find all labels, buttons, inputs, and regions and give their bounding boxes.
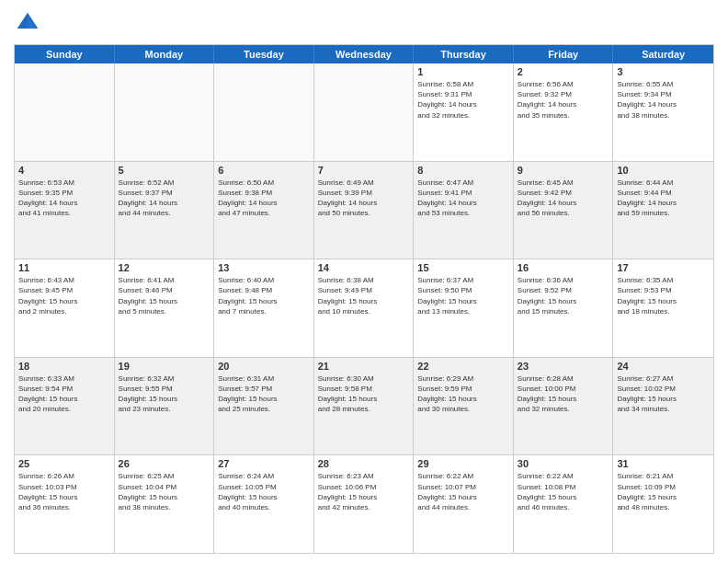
table-row: 20Sunrise: 6:31 AM Sunset: 9:57 PM Dayli… xyxy=(214,358,314,455)
day-number: 16 xyxy=(518,262,609,273)
calendar: SundayMondayTuesdayWednesdayThursdayFrid… xyxy=(14,44,714,554)
day-number: 4 xyxy=(18,165,110,176)
table-row: 23Sunrise: 6:28 AM Sunset: 10:00 PM Dayl… xyxy=(514,358,614,455)
table-row: 12Sunrise: 6:41 AM Sunset: 9:46 PM Dayli… xyxy=(115,259,215,357)
table-row: 11Sunrise: 6:43 AM Sunset: 9:45 PM Dayli… xyxy=(15,259,115,357)
table-row: 14Sunrise: 6:38 AM Sunset: 9:49 PM Dayli… xyxy=(314,259,415,357)
calendar-row-3: 18Sunrise: 6:33 AM Sunset: 9:54 PM Dayli… xyxy=(15,357,713,455)
table-row: 25Sunrise: 6:26 AM Sunset: 10:03 PM Dayl… xyxy=(15,455,115,553)
table-row xyxy=(115,63,215,161)
day-of-week-thursday: Thursday xyxy=(414,45,514,63)
table-row: 31Sunrise: 6:21 AM Sunset: 10:09 PM Dayl… xyxy=(613,455,713,553)
day-number: 21 xyxy=(318,361,410,372)
table-row: 22Sunrise: 6:29 AM Sunset: 9:59 PM Dayli… xyxy=(414,358,514,455)
day-number: 10 xyxy=(617,165,710,176)
day-of-week-sunday: Sunday xyxy=(15,45,115,63)
day-info: Sunrise: 6:35 AM Sunset: 9:53 PM Dayligh… xyxy=(617,275,710,316)
table-row: 15Sunrise: 6:37 AM Sunset: 9:50 PM Dayli… xyxy=(414,259,514,357)
day-number: 13 xyxy=(218,262,310,273)
day-info: Sunrise: 6:41 AM Sunset: 9:46 PM Dayligh… xyxy=(119,275,210,316)
calendar-row-2: 11Sunrise: 6:43 AM Sunset: 9:45 PM Dayli… xyxy=(15,259,713,357)
day-number: 12 xyxy=(119,262,210,273)
day-number: 11 xyxy=(18,262,110,273)
day-info: Sunrise: 6:28 AM Sunset: 10:00 PM Daylig… xyxy=(518,373,609,415)
table-row: 6Sunrise: 6:50 AM Sunset: 9:38 PM Daylig… xyxy=(214,162,314,259)
day-of-week-saturday: Saturday xyxy=(613,45,713,63)
calendar-row-1: 4Sunrise: 6:53 AM Sunset: 9:35 PM Daylig… xyxy=(15,161,713,259)
day-number: 18 xyxy=(18,361,110,372)
day-info: Sunrise: 6:21 AM Sunset: 10:09 PM Daylig… xyxy=(617,471,710,512)
table-row: 16Sunrise: 6:36 AM Sunset: 9:52 PM Dayli… xyxy=(514,259,614,357)
day-info: Sunrise: 6:45 AM Sunset: 9:42 PM Dayligh… xyxy=(518,178,609,219)
day-info: Sunrise: 6:52 AM Sunset: 9:37 PM Dayligh… xyxy=(119,178,210,219)
day-of-week-wednesday: Wednesday xyxy=(314,45,415,63)
table-row: 13Sunrise: 6:40 AM Sunset: 9:48 PM Dayli… xyxy=(214,259,314,357)
day-number: 31 xyxy=(617,458,710,469)
table-row: 24Sunrise: 6:27 AM Sunset: 10:02 PM Dayl… xyxy=(613,358,713,455)
day-info: Sunrise: 6:38 AM Sunset: 9:49 PM Dayligh… xyxy=(318,275,410,316)
table-row: 30Sunrise: 6:22 AM Sunset: 10:08 PM Dayl… xyxy=(514,455,614,553)
day-info: Sunrise: 6:56 AM Sunset: 9:32 PM Dayligh… xyxy=(518,79,609,121)
day-number: 9 xyxy=(518,165,609,176)
day-info: Sunrise: 6:50 AM Sunset: 9:38 PM Dayligh… xyxy=(218,178,310,219)
day-info: Sunrise: 6:47 AM Sunset: 9:41 PM Dayligh… xyxy=(417,178,509,219)
logo-icon xyxy=(14,9,41,37)
table-row: 3Sunrise: 6:55 AM Sunset: 9:34 PM Daylig… xyxy=(613,63,713,161)
day-info: Sunrise: 6:25 AM Sunset: 10:04 PM Daylig… xyxy=(119,471,210,512)
day-number: 24 xyxy=(617,361,710,372)
day-number: 15 xyxy=(417,262,509,273)
table-row: 28Sunrise: 6:23 AM Sunset: 10:06 PM Dayl… xyxy=(314,455,415,553)
day-info: Sunrise: 6:43 AM Sunset: 9:45 PM Dayligh… xyxy=(18,275,110,316)
table-row: 27Sunrise: 6:24 AM Sunset: 10:05 PM Dayl… xyxy=(214,455,314,553)
day-number: 3 xyxy=(617,66,710,77)
day-number: 30 xyxy=(518,458,609,469)
table-row: 2Sunrise: 6:56 AM Sunset: 9:32 PM Daylig… xyxy=(514,63,614,161)
day-info: Sunrise: 6:27 AM Sunset: 10:02 PM Daylig… xyxy=(617,373,710,415)
day-number: 1 xyxy=(417,66,509,77)
day-of-week-tuesday: Tuesday xyxy=(214,45,314,63)
day-number: 28 xyxy=(318,458,410,469)
day-info: Sunrise: 6:40 AM Sunset: 9:48 PM Dayligh… xyxy=(218,275,310,316)
day-info: Sunrise: 6:31 AM Sunset: 9:57 PM Dayligh… xyxy=(218,373,310,415)
day-info: Sunrise: 6:29 AM Sunset: 9:59 PM Dayligh… xyxy=(417,373,509,415)
day-info: Sunrise: 6:49 AM Sunset: 9:39 PM Dayligh… xyxy=(318,178,410,219)
table-row: 1Sunrise: 6:58 AM Sunset: 9:31 PM Daylig… xyxy=(414,63,514,161)
day-info: Sunrise: 6:30 AM Sunset: 9:58 PM Dayligh… xyxy=(318,373,410,415)
table-row: 18Sunrise: 6:33 AM Sunset: 9:54 PM Dayli… xyxy=(15,358,115,455)
day-number: 25 xyxy=(18,458,110,469)
day-number: 7 xyxy=(318,165,410,176)
day-number: 29 xyxy=(417,458,509,469)
table-row: 8Sunrise: 6:47 AM Sunset: 9:41 PM Daylig… xyxy=(414,162,514,259)
day-info: Sunrise: 6:32 AM Sunset: 9:55 PM Dayligh… xyxy=(119,373,210,415)
day-info: Sunrise: 6:44 AM Sunset: 9:44 PM Dayligh… xyxy=(617,178,710,219)
day-info: Sunrise: 6:22 AM Sunset: 10:07 PM Daylig… xyxy=(417,471,509,512)
day-info: Sunrise: 6:23 AM Sunset: 10:06 PM Daylig… xyxy=(318,471,410,512)
logo xyxy=(14,9,45,37)
table-row: 29Sunrise: 6:22 AM Sunset: 10:07 PM Dayl… xyxy=(414,455,514,553)
table-row: 17Sunrise: 6:35 AM Sunset: 9:53 PM Dayli… xyxy=(613,259,713,357)
day-number: 23 xyxy=(518,361,609,372)
table-row: 26Sunrise: 6:25 AM Sunset: 10:04 PM Dayl… xyxy=(115,455,215,553)
day-number: 2 xyxy=(518,66,609,77)
table-row: 19Sunrise: 6:32 AM Sunset: 9:55 PM Dayli… xyxy=(115,358,215,455)
table-row xyxy=(314,63,415,161)
table-row xyxy=(15,63,115,161)
day-of-week-monday: Monday xyxy=(115,45,215,63)
day-number: 6 xyxy=(218,165,310,176)
page: SundayMondayTuesdayWednesdayThursdayFrid… xyxy=(0,0,728,563)
day-info: Sunrise: 6:53 AM Sunset: 9:35 PM Dayligh… xyxy=(18,178,110,219)
day-info: Sunrise: 6:58 AM Sunset: 9:31 PM Dayligh… xyxy=(417,79,509,121)
table-row xyxy=(214,63,314,161)
day-number: 26 xyxy=(119,458,210,469)
table-row: 10Sunrise: 6:44 AM Sunset: 9:44 PM Dayli… xyxy=(613,162,713,259)
table-row: 5Sunrise: 6:52 AM Sunset: 9:37 PM Daylig… xyxy=(115,162,215,259)
day-info: Sunrise: 6:36 AM Sunset: 9:52 PM Dayligh… xyxy=(518,275,609,316)
table-row: 7Sunrise: 6:49 AM Sunset: 9:39 PM Daylig… xyxy=(314,162,415,259)
table-row: 4Sunrise: 6:53 AM Sunset: 9:35 PM Daylig… xyxy=(15,162,115,259)
day-number: 5 xyxy=(119,165,210,176)
table-row: 9Sunrise: 6:45 AM Sunset: 9:42 PM Daylig… xyxy=(514,162,614,259)
calendar-body: 1Sunrise: 6:58 AM Sunset: 9:31 PM Daylig… xyxy=(15,63,713,553)
day-info: Sunrise: 6:55 AM Sunset: 9:34 PM Dayligh… xyxy=(617,79,710,121)
header xyxy=(14,9,714,37)
day-number: 19 xyxy=(119,361,210,372)
